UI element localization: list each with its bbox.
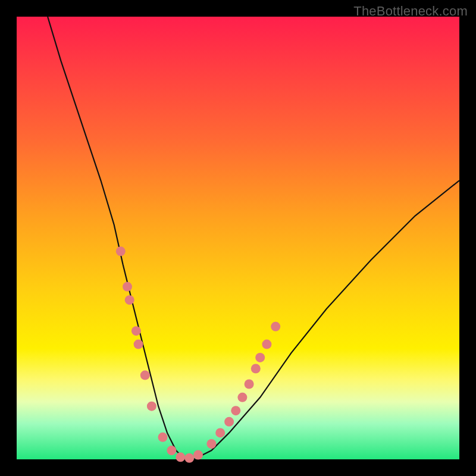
data-marker <box>231 406 240 415</box>
data-marker <box>245 380 254 389</box>
data-marker <box>215 428 225 437</box>
bottleneck-curve <box>48 17 459 459</box>
data-marker <box>271 322 280 331</box>
data-marker <box>131 326 141 336</box>
data-marker <box>125 295 134 305</box>
data-marker <box>224 417 234 427</box>
marker-group <box>116 246 280 463</box>
data-marker <box>158 433 168 442</box>
data-marker <box>184 453 194 463</box>
curve-path-group <box>48 17 459 459</box>
data-marker <box>262 340 271 349</box>
outer-frame: TheBottleneck.com <box>0 0 476 476</box>
data-marker <box>147 402 156 411</box>
data-marker <box>167 446 176 455</box>
data-marker <box>251 364 261 374</box>
plot-area <box>17 17 459 459</box>
watermark-text: TheBottleneck.com <box>353 4 468 19</box>
data-marker <box>140 371 150 380</box>
data-marker <box>134 340 143 349</box>
data-marker <box>176 452 185 462</box>
data-marker <box>206 439 216 449</box>
data-marker <box>237 393 247 402</box>
data-marker <box>255 353 265 362</box>
data-marker <box>193 450 203 460</box>
chart-svg <box>17 17 459 459</box>
data-marker <box>116 246 126 256</box>
data-marker <box>123 282 132 292</box>
